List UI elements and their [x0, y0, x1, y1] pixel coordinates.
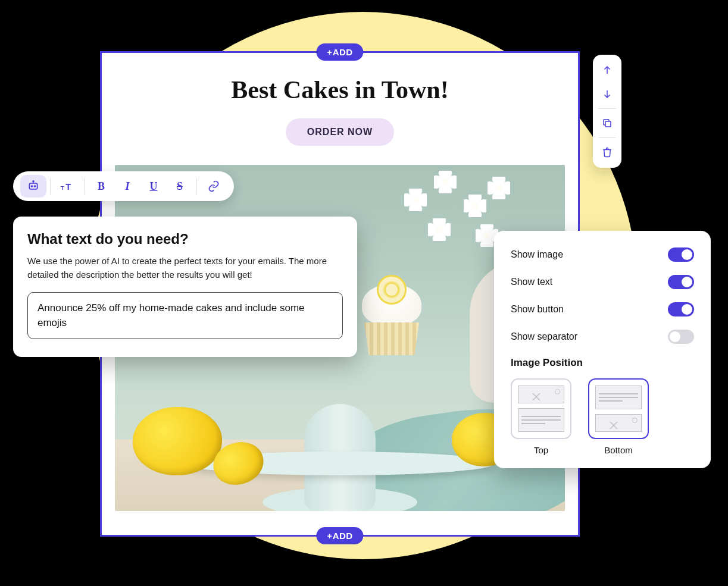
action-separator	[598, 108, 616, 109]
ai-popover-title: What text do you need?	[27, 231, 343, 247]
svg-text:T: T	[65, 182, 71, 192]
toggle-show-image[interactable]	[668, 247, 694, 262]
ai-text-button[interactable]	[20, 175, 46, 198]
toggle-show-button[interactable]	[668, 302, 694, 316]
duplicate-button[interactable]	[595, 111, 619, 135]
toggle-show-text[interactable]	[668, 275, 694, 289]
add-section-top-button[interactable]: +ADD	[316, 43, 363, 61]
image-lemon	[133, 407, 222, 475]
block-settings-panel: Show image Show text Show button Show se…	[494, 231, 711, 468]
image-cupcake	[359, 278, 424, 355]
move-up-button[interactable]	[595, 58, 619, 82]
toolbar-separator	[196, 178, 197, 195]
setting-label: Show text	[511, 277, 552, 287]
setting-label: Show separator	[511, 331, 577, 342]
setting-show-button: Show button	[511, 302, 694, 316]
ai-text-popover: What text do you need? We use the power …	[13, 217, 357, 357]
ai-prompt-input[interactable]	[27, 292, 343, 339]
add-section-bottom-button[interactable]: +ADD	[316, 527, 363, 544]
image-position-options: Top Bottom	[511, 378, 694, 455]
hero-title: Best Cakes in Town!	[102, 76, 578, 104]
setting-show-text: Show text	[511, 275, 694, 289]
text-format-toolbar: TT B I U S	[13, 171, 234, 201]
toolbar-separator	[50, 178, 51, 195]
position-image-icon	[518, 386, 564, 403]
position-image-icon	[595, 414, 642, 432]
setting-show-image: Show image	[511, 247, 694, 262]
svg-point-4	[33, 181, 34, 182]
svg-point-2	[35, 186, 36, 187]
bold-button[interactable]: B	[88, 175, 114, 198]
position-text-icon	[595, 386, 642, 409]
toolbar-separator	[84, 178, 85, 195]
strikethrough-button[interactable]: S	[167, 175, 193, 198]
delete-button[interactable]	[595, 140, 619, 164]
image-position-bottom[interactable]: Bottom	[588, 378, 649, 455]
svg-point-1	[32, 186, 33, 187]
block-action-bar	[593, 55, 621, 168]
svg-rect-0	[29, 183, 37, 189]
ai-popover-description: We use the power of AI to create the per…	[27, 255, 343, 281]
toggle-show-separator[interactable]	[668, 330, 694, 344]
order-now-button[interactable]: ORDER NOW	[286, 118, 394, 146]
svg-text:T: T	[61, 185, 64, 191]
svg-rect-9	[605, 121, 611, 127]
italic-button[interactable]: I	[114, 175, 140, 198]
image-position-label: Image Position	[511, 357, 694, 369]
position-label: Top	[511, 445, 571, 455]
setting-show-separator: Show separator	[511, 330, 694, 344]
setting-label: Show button	[511, 304, 564, 315]
action-separator	[598, 137, 616, 138]
link-button[interactable]	[201, 175, 227, 198]
setting-label: Show image	[511, 249, 563, 260]
position-text-icon	[518, 408, 564, 432]
image-position-top[interactable]: Top	[511, 378, 571, 455]
position-label: Bottom	[588, 445, 649, 455]
text-size-button[interactable]: TT	[54, 175, 80, 198]
move-down-button[interactable]	[595, 82, 619, 106]
underline-button[interactable]: U	[140, 175, 167, 198]
